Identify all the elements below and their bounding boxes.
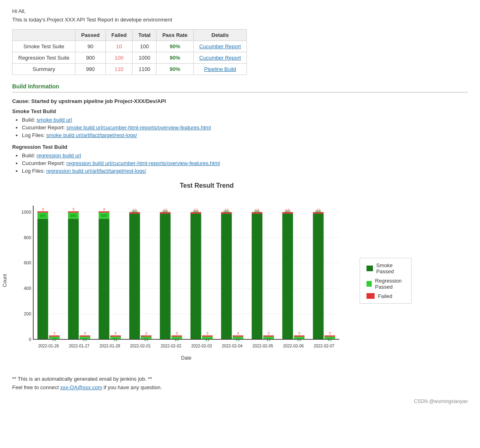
col-header-failed: Failed (105, 30, 133, 41)
regression-cucumber-link[interactable]: regression build url/cucumber-html-repor… (66, 160, 220, 166)
smoke-log-link[interactable]: smoke build url/artifact/target/rest-log… (46, 132, 137, 138)
row-details-link[interactable]: Cucumber Report (199, 55, 241, 61)
row-pass-rate: 90% (156, 41, 193, 52)
row-total: 100 (133, 41, 156, 52)
chart-container: Test Result Trend Count Smoke Passed Reg… (12, 182, 401, 368)
row-pass-rate: 90% (156, 64, 193, 75)
legend-regression-color (366, 281, 372, 287)
col-header-passed: Passed (75, 30, 106, 41)
legend-smoke-label: Smoke Passed (376, 262, 405, 274)
row-failed: 110 (105, 64, 133, 75)
y-axis-label: Count (2, 274, 8, 287)
col-header-details: Details (193, 30, 247, 41)
intro: This is today's Project XXX API Test Rep… (12, 17, 468, 23)
table-row: Summary 990 110 1100 90% Pipeline Build (13, 64, 247, 75)
regression-build-link[interactable]: regression build url (36, 152, 81, 159)
legend-regression-label: Regression Passed (375, 278, 405, 290)
row-failed: 10 (105, 41, 133, 52)
row-total: 1000 (133, 52, 156, 64)
legend-smoke-passed: Smoke Passed (366, 262, 405, 274)
row-name: Smoke Test Suite (13, 41, 75, 52)
smoke-build-item: Build: smoke build url (22, 117, 468, 123)
row-pass-rate: 90% (156, 52, 193, 64)
col-header-name (13, 30, 75, 41)
regression-build-label: Build: (22, 152, 35, 159)
row-failed: 100 (105, 52, 133, 64)
row-total: 1100 (133, 64, 156, 75)
contact-email-link[interactable]: xxx-QA@xxx.com (60, 384, 102, 390)
legend-smoke-color (366, 266, 373, 271)
divider (12, 92, 468, 92)
row-name: Regression Test Suite (13, 52, 75, 64)
smoke-build-title: Smoke Test Build (12, 108, 468, 114)
footer-contact: Feel free to connect xxx-QA@xxx.com if y… (12, 384, 468, 390)
regression-log-link[interactable]: regression build url/artifact/target/res… (46, 168, 146, 174)
regression-build-title: Regression Test Build (12, 144, 468, 150)
csdn-watermark: CSDN @wurningxiaoyao (12, 399, 468, 404)
table-header-row: Passed Failed Total Pass Rate Details (13, 30, 247, 41)
smoke-build-link[interactable]: smoke build url (36, 117, 72, 123)
chart-legend: Smoke Passed Regression Passed Failed (360, 258, 411, 304)
cause-line: Cause: Started by upstream pipeline job … (12, 98, 468, 104)
legend-failed-color (366, 293, 375, 299)
smoke-cucumber-item: Cucumber Report: smoke build url/cucumbe… (22, 124, 468, 131)
table-row: Regression Test Suite 900 100 1000 90% C… (13, 52, 247, 64)
row-passed: 900 (75, 52, 106, 64)
row-details[interactable]: Cucumber Report (193, 52, 247, 64)
row-name: Summary (13, 64, 75, 75)
smoke-log-label: Log Files: (22, 132, 45, 138)
footer-note: ** This is an automatically generated em… (12, 376, 468, 382)
chart-inner: Count Smoke Passed Regression Passed Fai… (2, 193, 411, 368)
footer: ** This is an automatically generated em… (12, 376, 468, 390)
smoke-cucumber-label: Cucumber Report: (22, 124, 65, 131)
row-details-link[interactable]: Pipeline Build (204, 66, 236, 72)
smoke-log-item: Log Files: smoke build url/artifact/targ… (22, 132, 468, 138)
greeting: Hi All, (12, 8, 468, 14)
regression-build-item: Build: regression build url (22, 152, 468, 159)
regression-build-list: Build: regression build url Cucumber Rep… (22, 152, 468, 174)
smoke-cucumber-link[interactable]: smoke build url/cucumber-html-reports/ov… (66, 124, 211, 131)
report-table: Passed Failed Total Pass Rate Details Sm… (12, 29, 247, 75)
build-info-section: Build Information Cause: Started by upst… (12, 83, 468, 174)
chart-title: Test Result Trend (180, 182, 234, 189)
build-info-title: Build Information (12, 83, 468, 90)
row-passed: 90 (75, 41, 106, 52)
regression-log-item: Log Files: regression build url/artifact… (22, 168, 468, 174)
row-details-link[interactable]: Cucumber Report (199, 43, 241, 49)
chart-canvas (11, 193, 347, 368)
legend-regression-passed: Regression Passed (366, 278, 405, 290)
regression-cucumber-label: Cucumber Report: (22, 160, 65, 166)
row-passed: 990 (75, 64, 106, 75)
regression-log-label: Log Files: (22, 168, 45, 174)
col-header-pass-rate: Pass Rate (156, 30, 193, 41)
smoke-build-list: Build: smoke build url Cucumber Report: … (22, 117, 468, 138)
legend-failed-label: Failed (378, 293, 392, 299)
row-details[interactable]: Pipeline Build (193, 64, 247, 75)
smoke-build-label: Build: (22, 117, 35, 123)
row-details[interactable]: Cucumber Report (193, 41, 247, 52)
regression-cucumber-item: Cucumber Report: regression build url/cu… (22, 160, 468, 166)
col-header-total: Total (133, 30, 156, 41)
table-row: Smoke Test Suite 90 10 100 90% Cucumber … (13, 41, 247, 52)
legend-failed: Failed (366, 293, 405, 299)
